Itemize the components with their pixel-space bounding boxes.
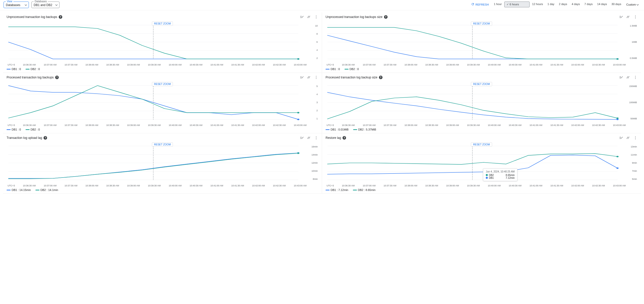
range-label: 6 hours (510, 3, 519, 6)
x-tick: 10:37:00 AM (363, 63, 376, 66)
x-tick: 10:40:00 AM (169, 184, 182, 187)
legend-item-db1[interactable]: DB1 : 0.01MiB (326, 128, 349, 131)
help-icon[interactable]: ? (55, 76, 59, 79)
more-menu-icon[interactable] (633, 15, 637, 19)
x-tick: 10:40:30 AM (509, 63, 521, 66)
legend-toggle-icon[interactable] (619, 15, 623, 19)
reset-zoom-button[interactable]: RESET ZOOM (152, 142, 173, 147)
x-tick: 10:39:30 AM (467, 124, 480, 126)
reset-zoom-button[interactable]: RESET ZOOM (152, 21, 173, 26)
x-tick: 10:42:30 AM (273, 124, 286, 126)
help-icon[interactable]: ? (44, 136, 47, 140)
reset-zoom-button[interactable]: RESET ZOOM (471, 142, 492, 147)
x-tick: 10:40:00 AM (169, 124, 182, 126)
svg-point-65 (616, 156, 619, 157)
legend-item-db2[interactable]: DB2 : 0 (26, 128, 40, 131)
legend-item-db2[interactable]: DB2 : 8.65min (353, 188, 376, 191)
view-select[interactable]: View Databases (4, 2, 29, 8)
tz-label: UTC+3 (327, 184, 334, 187)
help-icon[interactable]: ? (59, 15, 62, 19)
refresh-button[interactable]: REFRESH (470, 2, 490, 7)
x-tick: 10:41:00 AM (530, 184, 542, 187)
legend-item-db1[interactable]: DB1 : 7.12min (326, 188, 348, 191)
legend-toggle-icon[interactable] (300, 15, 304, 19)
chart-area[interactable]: RESET ZOOM108642 (7, 20, 318, 63)
compare-icon[interactable] (626, 136, 630, 140)
more-menu-icon[interactable] (314, 136, 318, 140)
legend-label: DB1 : 0 (331, 68, 340, 71)
svg-point-22 (316, 76, 316, 76)
x-tick: 10:38:30 AM (106, 63, 119, 66)
legend-item-db2[interactable]: DB2 : 0 (345, 68, 359, 71)
tooltip-dot-icon (486, 174, 488, 176)
help-icon[interactable]: ? (379, 76, 383, 79)
x-tick: 10:39:00 AM (446, 124, 459, 126)
reset-zoom-button[interactable]: RESET ZOOM (471, 21, 492, 26)
x-tick: 10:40:00 AM (488, 63, 501, 66)
compare-icon[interactable] (307, 75, 311, 79)
chart-area[interactable]: RESET ZOOM1.5MiB1MiB0.5MiB (326, 20, 637, 63)
svg-point-24 (316, 78, 316, 79)
svg-point-57 (635, 139, 636, 139)
x-tick: 10:40:30 AM (190, 184, 203, 187)
chart-svg (7, 80, 318, 123)
legend-item-db1[interactable]: DB1 : 0 (7, 68, 21, 71)
legend-item-db1[interactable]: DB1 : 14.15min (7, 188, 31, 191)
compare-icon[interactable] (626, 75, 630, 79)
range-6-hours[interactable]: ✓6 hours (504, 2, 530, 7)
svg-point-2 (316, 18, 316, 18)
svg-point-13 (635, 18, 636, 18)
compare-icon[interactable] (307, 136, 311, 140)
chart-area[interactable]: RESET ZOOM150MiB100MiB50MiB (326, 80, 637, 123)
chart-panel: Unprocessed transaction log backups size… (322, 12, 641, 73)
legend-toggle-icon[interactable] (619, 75, 623, 79)
legend-item-db1[interactable]: DB1 : 0 (7, 128, 21, 131)
range-1-hour[interactable]: 1 hour (492, 2, 504, 7)
chart-area[interactable]: RESET ZOOM16min14min12min10min8min (7, 141, 318, 184)
legend-item-db2[interactable]: DB2 : 0 (26, 68, 40, 71)
tooltip-time: Jun 4, 2024, 10:40:25 AM (486, 170, 515, 173)
title-wrap: Restore lag? (326, 136, 346, 140)
range-2-days[interactable]: 2 days (557, 2, 569, 7)
x-tick: 10:37:30 AM (65, 184, 77, 187)
tz-label: UTC+3 (8, 184, 15, 187)
legend-item-db1[interactable]: DB1 : 0 (326, 68, 340, 71)
refresh-label: REFRESH (475, 3, 489, 6)
legend-toggle-icon[interactable] (619, 136, 623, 140)
x-axis-ticks: UTC+310:36:30 AM10:37:00 AM10:37:30 AM10… (7, 124, 318, 126)
x-tick: 10:37:30 AM (384, 184, 396, 187)
compare-icon[interactable] (307, 15, 311, 19)
range-14-days[interactable]: 14 days (595, 2, 609, 7)
range-12-hours[interactable]: 12 hours (530, 2, 545, 7)
chart-area[interactable]: RESET ZOOM13min11min9min7min5minJun 4, 2… (326, 141, 637, 184)
custom-range-button[interactable]: Custom (625, 2, 640, 7)
databases-select[interactable]: Databases DB1 and DB2 (31, 2, 59, 8)
more-menu-icon[interactable] (314, 75, 318, 79)
view-value: Databases (6, 3, 20, 7)
reset-zoom-button[interactable]: RESET ZOOM (152, 82, 173, 86)
compare-icon[interactable] (626, 15, 630, 19)
help-icon[interactable]: ? (343, 136, 346, 140)
help-icon[interactable]: ? (384, 15, 388, 19)
more-menu-icon[interactable] (314, 15, 318, 19)
range-30-days[interactable]: 30 days (610, 2, 623, 7)
range-1-day[interactable]: 1 day (546, 2, 556, 7)
x-axis-ticks: UTC+310:36:30 AM10:37:00 AM10:37:30 AM10… (326, 184, 637, 187)
legend-item-db2[interactable]: DB2 : 5.37MiB (353, 128, 376, 131)
range-7-days[interactable]: 7 days (582, 2, 595, 7)
svg-point-32 (297, 112, 299, 114)
range-4-days[interactable]: 4 days (570, 2, 582, 7)
time-ranges: 1 hour✓6 hours12 hours1 day2 days4 days7… (492, 2, 623, 7)
chart-area[interactable]: RESET ZOOM54321 (7, 80, 318, 123)
legend-item-db2[interactable]: DB2 : 14.1min (35, 188, 58, 191)
legend-toggle-icon[interactable] (300, 136, 304, 140)
legend-toggle-icon[interactable] (300, 75, 304, 79)
title-wrap: Transaction log upload lag? (7, 136, 47, 140)
y-axis-ticks: 16min14min12min10min8min (311, 145, 318, 180)
more-menu-icon[interactable] (633, 75, 637, 79)
y-axis-ticks: 150MiB100MiB50MiB (629, 85, 637, 120)
more-menu-icon[interactable] (633, 136, 637, 140)
reset-zoom-button[interactable]: RESET ZOOM (471, 82, 492, 86)
x-tick: 10:36:30 AM (23, 184, 36, 187)
panel-title: Processed transaction log backups (7, 76, 54, 79)
